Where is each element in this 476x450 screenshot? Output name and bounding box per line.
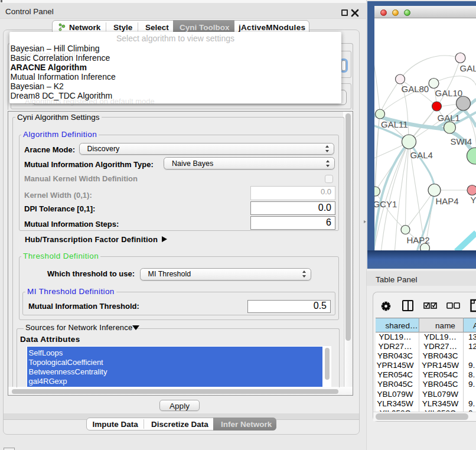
svg-text:GAL1: GAL1: [437, 113, 459, 123]
svg-text:Y: Y: [470, 195, 476, 205]
svg-text:GAL80: GAL80: [401, 84, 429, 94]
svg-text:SWI4: SWI4: [450, 136, 472, 146]
svg-text:GAL4: GAL4: [410, 150, 432, 160]
svg-text:HAP4: HAP4: [435, 196, 458, 206]
svg-text:GAL8: GAL8: [459, 63, 476, 73]
svg-text:HAP2: HAP2: [406, 235, 429, 245]
svg-text:GCY1: GCY1: [374, 199, 397, 209]
svg-text:GAL11: GAL11: [381, 119, 408, 129]
svg-text:GAL10: GAL10: [435, 88, 462, 98]
